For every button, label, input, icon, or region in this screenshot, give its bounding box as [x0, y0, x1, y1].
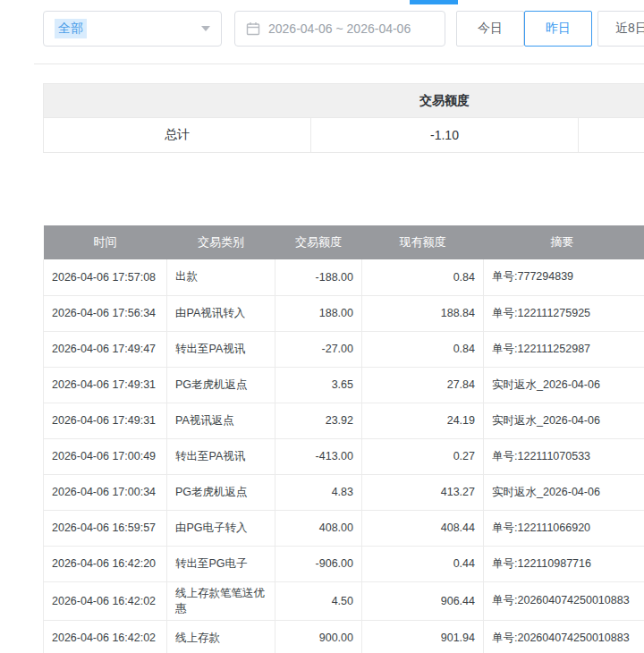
cell-summary: 单号:122111066920	[484, 510, 641, 546]
cell-amount: -413.00	[275, 438, 362, 474]
cell-balance: 906.44	[362, 581, 484, 620]
table-row: 2026-04-06 17:49:47 转出至PA视讯 -27.00 0.84 …	[44, 331, 644, 367]
cell-summary: 单号:202604074250010883	[484, 581, 641, 620]
cell-filler	[641, 510, 644, 546]
cell-filler	[641, 474, 644, 510]
category-select-value: 全部	[55, 19, 87, 38]
cell-filler	[641, 438, 644, 474]
transactions-header-row: 时间 交易类别 交易额度 现有额度 摘要	[44, 225, 644, 259]
cell-type: PG老虎机返点	[167, 367, 275, 403]
cell-time: 2026-04-06 17:49:47	[44, 331, 167, 367]
cell-time: 2026-04-06 17:56:34	[44, 295, 167, 331]
summary-total-row: 总计 -1.10	[44, 118, 644, 153]
last-8-days-button[interactable]: 近8日	[597, 11, 644, 47]
cell-filler	[641, 259, 644, 295]
cell-amount: 4.83	[275, 474, 362, 510]
table-row: 2026-04-06 17:56:34 由PA视讯转入 188.00 188.8…	[44, 295, 644, 331]
col-header-amount: 交易额度	[275, 225, 362, 259]
cell-time: 2026-04-06 17:57:08	[44, 259, 167, 295]
summary-header-amount: 交易额度	[44, 84, 644, 118]
yesterday-button[interactable]: 昨日	[524, 11, 592, 47]
cell-type: PA视讯返点	[167, 403, 275, 438]
cell-amount: 4.50	[275, 581, 362, 620]
cell-balance: 408.44	[362, 510, 484, 546]
table-row: 2026-04-06 17:57:08 出款 -188.00 0.84 单号:7…	[44, 259, 644, 295]
table-row: 2026-04-06 16:59:57 由PG电子转入 408.00 408.4…	[44, 510, 644, 546]
cell-summary: 实时返水_2026-04-06	[484, 403, 641, 438]
col-header-type: 交易类别	[167, 225, 275, 259]
chevron-down-icon	[201, 26, 210, 31]
cell-summary: 单号:122110987716	[484, 546, 641, 581]
cell-balance: 0.27	[362, 438, 484, 474]
cell-amount: 900.00	[275, 620, 362, 653]
cell-filler	[641, 620, 644, 653]
cell-filler	[641, 403, 644, 438]
divider	[34, 64, 644, 64]
table-row: 2026-04-06 17:00:49 转出至PA视讯 -413.00 0.27…	[44, 438, 644, 474]
cell-type: 出款	[167, 259, 275, 295]
table-row: 2026-04-06 17:00:34 PG老虎机返点 4.83 413.27 …	[44, 474, 644, 510]
cell-balance: 27.84	[362, 367, 484, 403]
cell-amount: 3.65	[275, 367, 362, 403]
cell-type: 线上存款笔笔送优惠	[167, 581, 275, 620]
cell-summary: 单号:122111070533	[484, 438, 641, 474]
date-range-value: 2026-04-06 ~ 2026-04-06	[268, 21, 411, 36]
table-row: 2026-04-06 17:49:31 PA视讯返点 23.92 24.19 实…	[44, 403, 644, 438]
cell-amount: 408.00	[275, 510, 362, 546]
cell-filler	[641, 367, 644, 403]
cell-type: PG老虎机返点	[167, 474, 275, 510]
table-row: 2026-04-06 16:42:20 转出至PG电子 -906.00 0.44…	[44, 546, 644, 581]
cell-balance: 901.94	[362, 620, 484, 653]
cell-amount: -188.00	[275, 259, 362, 295]
summary-total-value: -1.10	[311, 118, 579, 153]
summary-header-row: 交易额度	[44, 84, 644, 118]
cell-balance: 413.27	[362, 474, 484, 510]
cell-balance: 0.84	[362, 331, 484, 367]
today-button[interactable]: 今日	[456, 11, 524, 47]
transaction-report-page: 全部 2026-04-06 ~ 2026-04-06 今日 昨日 近8日 交易额…	[0, 0, 644, 653]
category-select[interactable]: 全部	[43, 11, 222, 47]
transactions-table: 时间 交易类别 交易额度 现有额度 摘要 2026-04-06 17:57:08…	[43, 225, 644, 653]
col-header-time: 时间	[44, 225, 167, 259]
cell-type: 转出至PA视讯	[167, 438, 275, 474]
cell-filler	[641, 581, 644, 620]
cell-type: 转出至PA视讯	[167, 331, 275, 367]
col-header-summary: 摘要	[484, 225, 641, 259]
date-range-input[interactable]: 2026-04-06 ~ 2026-04-06	[234, 11, 445, 47]
cell-filler	[641, 546, 644, 581]
cell-filler	[641, 331, 644, 367]
cell-type: 由PG电子转入	[167, 510, 275, 546]
cell-summary: 单号:202604074250010883	[484, 620, 641, 653]
cell-time: 2026-04-06 16:59:57	[44, 510, 167, 546]
cell-time: 2026-04-06 17:49:31	[44, 403, 167, 438]
col-header-balance: 现有额度	[362, 225, 484, 259]
summary-empty-cell	[579, 118, 644, 153]
cell-time: 2026-04-06 17:00:34	[44, 474, 167, 510]
cell-filler	[641, 295, 644, 331]
summary-total-label: 总计	[44, 118, 311, 153]
table-row: 2026-04-06 16:42:02 线上存款 900.00 901.94 单…	[44, 620, 644, 653]
col-header-filler	[641, 225, 644, 259]
transactions-body: 2026-04-06 17:57:08 出款 -188.00 0.84 单号:7…	[44, 259, 644, 653]
cell-type: 线上存款	[167, 620, 275, 653]
top-blue-indicator	[410, 0, 458, 4]
cell-balance: 24.19	[362, 403, 484, 438]
cell-summary: 实时返水_2026-04-06	[484, 474, 641, 510]
cell-amount: 23.92	[275, 403, 362, 438]
cell-balance: 188.84	[362, 295, 484, 331]
cell-type: 转出至PG电子	[167, 546, 275, 581]
summary-table: 交易额度 总计 -1.10	[43, 83, 644, 153]
cell-balance: 0.44	[362, 546, 484, 581]
cell-time: 2026-04-06 16:42:02	[44, 581, 167, 620]
cell-time: 2026-04-06 17:00:49	[44, 438, 167, 474]
cell-balance: 0.84	[362, 259, 484, 295]
cell-amount: -27.00	[275, 331, 362, 367]
cell-time: 2026-04-06 17:49:31	[44, 367, 167, 403]
cell-summary: 实时返水_2026-04-06	[484, 367, 641, 403]
table-row: 2026-04-06 16:42:02 线上存款笔笔送优惠 4.50 906.4…	[44, 581, 644, 620]
cell-type: 由PA视讯转入	[167, 295, 275, 331]
cell-summary: 单号:122111252987	[484, 331, 641, 367]
cell-summary: 单号:122111275925	[484, 295, 641, 331]
table-row: 2026-04-06 17:49:31 PG老虎机返点 3.65 27.84 实…	[44, 367, 644, 403]
cell-summary: 单号:777294839	[484, 259, 641, 295]
